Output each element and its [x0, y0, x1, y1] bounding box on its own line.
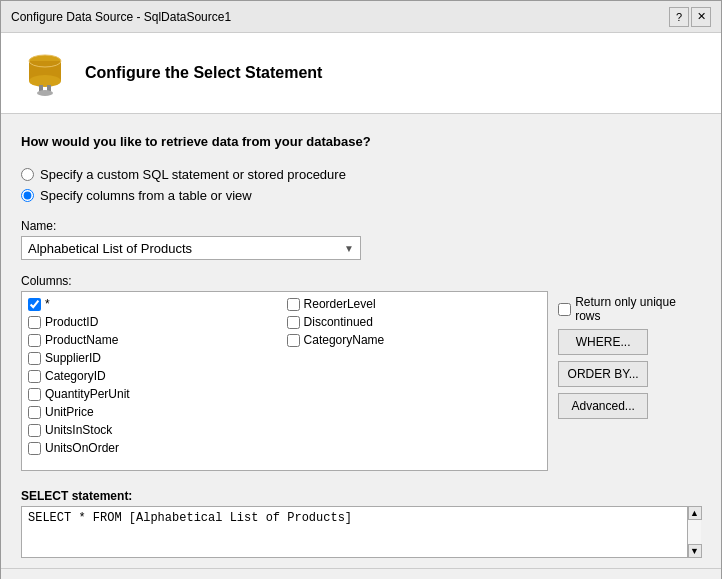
checkbox-supplierid[interactable] — [28, 352, 41, 365]
radio-option-2[interactable]: Specify columns from a table or view — [21, 188, 701, 203]
name-label: Name: — [21, 219, 701, 233]
radio-label-1: Specify a custom SQL statement or stored… — [40, 167, 346, 182]
unique-rows-checkbox[interactable]: Return only unique rows — [558, 295, 701, 323]
select-keyword: SELECT — [21, 489, 68, 503]
list-item[interactable]: * — [26, 296, 285, 312]
list-item[interactable]: ProductID — [26, 314, 285, 330]
col-label: Discontinued — [304, 315, 373, 329]
select-label-text: statement: — [72, 489, 133, 503]
checkbox-star[interactable] — [28, 298, 41, 311]
scroll-up-button[interactable]: ▲ — [688, 506, 702, 520]
checkbox-quantityperunit[interactable] — [28, 388, 41, 401]
title-bar: Configure Data Source - SqlDataSource1 ?… — [1, 1, 721, 33]
dialog-header: Configure the Select Statement — [1, 33, 721, 114]
name-section: Name: Alphabetical List of Products ▼ — [21, 219, 701, 260]
col-label: ReorderLevel — [304, 297, 376, 311]
where-button[interactable]: WHERE... — [558, 329, 648, 355]
scroll-down-button[interactable]: ▼ — [688, 544, 702, 558]
col-label: UnitsInStock — [45, 423, 112, 437]
col-label: UnitsOnOrder — [45, 441, 119, 455]
columns-label: Columns: — [21, 274, 701, 288]
col-label: CategoryID — [45, 369, 106, 383]
list-item[interactable]: ReorderLevel — [285, 296, 544, 312]
columns-col-left: * ProductID ProductName SupplierID — [26, 296, 285, 466]
col-label: SupplierID — [45, 351, 101, 365]
list-item[interactable]: UnitPrice — [26, 404, 285, 420]
checkbox-discontinued[interactable] — [287, 316, 300, 329]
list-item[interactable]: QuantityPerUnit — [26, 386, 285, 402]
col-label: ProductID — [45, 315, 98, 329]
title-bar-text: Configure Data Source - SqlDataSource1 — [11, 10, 231, 24]
radio-custom-sql[interactable] — [21, 168, 34, 181]
col-label: QuantityPerUnit — [45, 387, 130, 401]
select-wrapper: ▲ ▼ — [21, 506, 701, 558]
right-buttons: Return only unique rows WHERE... ORDER B… — [558, 291, 701, 471]
checkbox-productid[interactable] — [28, 316, 41, 329]
title-bar-buttons: ? ✕ — [669, 7, 711, 27]
checkbox-categoryname[interactable] — [287, 334, 300, 347]
name-dropdown[interactable]: Alphabetical List of Products ▼ — [21, 236, 361, 260]
col-label: * — [45, 297, 50, 311]
columns-col-right: ReorderLevel Discontinued CategoryName — [285, 296, 544, 466]
checkbox-productname[interactable] — [28, 334, 41, 347]
select-label: SELECT statement: — [21, 489, 701, 503]
select-textarea[interactable] — [21, 506, 687, 558]
checkbox-unitsonorder[interactable] — [28, 442, 41, 455]
checkbox-unitsinstock[interactable] — [28, 424, 41, 437]
list-item[interactable]: ProductName — [26, 332, 285, 348]
list-item[interactable]: Discontinued — [285, 314, 544, 330]
columns-section: Columns: * ProductID — [21, 274, 701, 471]
radio-group: Specify a custom SQL statement or stored… — [21, 167, 701, 203]
list-item[interactable]: UnitsInStock — [26, 422, 285, 438]
question-label: How would you like to retrieve data from… — [21, 134, 701, 149]
checkbox-categoryid[interactable] — [28, 370, 41, 383]
unique-rows-label: Return only unique rows — [575, 295, 701, 323]
unique-rows-input[interactable] — [558, 303, 571, 316]
window: Configure Data Source - SqlDataSource1 ?… — [0, 0, 722, 579]
list-item[interactable]: CategoryName — [285, 332, 544, 348]
database-icon — [21, 49, 69, 97]
footer: < Previous Next > Finish Cancel — [1, 568, 721, 579]
col-label: CategoryName — [304, 333, 385, 347]
columns-list-box: * ProductID ProductName SupplierID — [21, 291, 548, 471]
title-bar-left: Configure Data Source - SqlDataSource1 — [11, 10, 231, 24]
select-scrollbar: ▲ ▼ — [687, 506, 701, 558]
radio-option-1[interactable]: Specify a custom SQL statement or stored… — [21, 167, 701, 182]
list-item[interactable]: CategoryID — [26, 368, 285, 384]
checkbox-reorderlevel[interactable] — [287, 298, 300, 311]
help-button[interactable]: ? — [669, 7, 689, 27]
main-content: How would you like to retrieve data from… — [1, 114, 721, 568]
select-section: SELECT statement: ▲ ▼ — [21, 489, 701, 558]
columns-area: * ProductID ProductName SupplierID — [21, 291, 701, 471]
order-by-button[interactable]: ORDER BY... — [558, 361, 648, 387]
col-label: UnitPrice — [45, 405, 94, 419]
list-item[interactable]: SupplierID — [26, 350, 285, 366]
close-button[interactable]: ✕ — [691, 7, 711, 27]
svg-point-2 — [29, 75, 61, 87]
name-value: Alphabetical List of Products — [28, 241, 192, 256]
checkbox-unitprice[interactable] — [28, 406, 41, 419]
dropdown-arrow-icon: ▼ — [344, 243, 354, 254]
radio-columns[interactable] — [21, 189, 34, 202]
radio-label-2: Specify columns from a table or view — [40, 188, 252, 203]
list-item[interactable]: UnitsOnOrder — [26, 440, 285, 456]
advanced-button[interactable]: Advanced... — [558, 393, 648, 419]
col-label: ProductName — [45, 333, 118, 347]
dialog-title: Configure the Select Statement — [85, 64, 322, 82]
svg-point-6 — [37, 90, 53, 96]
